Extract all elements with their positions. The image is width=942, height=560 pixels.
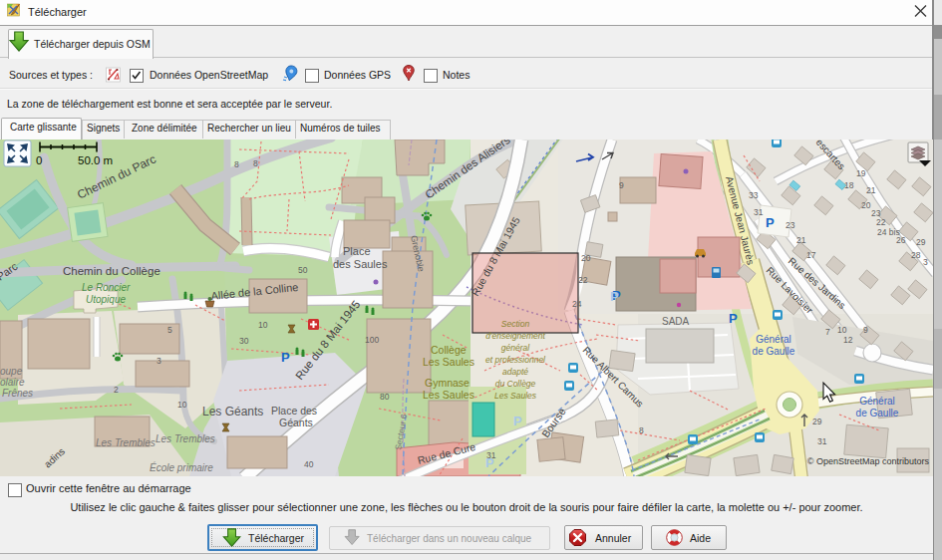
svg-text:du Collège: du Collège xyxy=(495,379,536,389)
svg-text:18: 18 xyxy=(844,180,854,190)
svg-text:20: 20 xyxy=(581,253,591,263)
svg-text:19: 19 xyxy=(856,168,866,178)
svg-text:École primaire: École primaire xyxy=(150,461,213,473)
svg-text:100: 100 xyxy=(365,335,379,345)
svg-text:33: 33 xyxy=(749,190,759,200)
svg-text:3: 3 xyxy=(923,257,928,267)
svg-text:Le Roncier: Le Roncier xyxy=(82,282,131,293)
svg-text:d'enseignement: d'enseignement xyxy=(485,331,545,341)
svg-text:P: P xyxy=(729,311,738,326)
svg-text:9: 9 xyxy=(619,180,624,190)
svg-text:10: 10 xyxy=(837,325,847,335)
svg-text:28: 28 xyxy=(911,250,921,260)
svg-text:Frênes: Frênes xyxy=(2,388,33,399)
svg-text:8: 8 xyxy=(234,159,239,169)
svg-text:10: 10 xyxy=(177,400,187,410)
svg-text:Les Saules: Les Saules xyxy=(423,356,474,368)
svg-text:22: 22 xyxy=(578,275,588,285)
svg-text:40: 40 xyxy=(304,459,314,469)
svg-text:adapté: adapté xyxy=(502,367,528,377)
svg-text:24: 24 xyxy=(572,299,582,309)
svg-text:8: 8 xyxy=(639,425,644,435)
svg-text:Général: Général xyxy=(859,396,895,407)
svg-text:12: 12 xyxy=(843,335,853,345)
svg-text:© OpenStreetMap contributors: © OpenStreetMap contributors xyxy=(807,456,930,466)
svg-text:P: P xyxy=(610,289,619,304)
svg-text:30: 30 xyxy=(239,336,249,346)
svg-text:17: 17 xyxy=(806,250,816,260)
svg-text:8: 8 xyxy=(253,158,258,168)
svg-text:Section: Section xyxy=(501,319,530,329)
svg-text:de Gaulle: de Gaulle xyxy=(856,408,899,419)
svg-text:0: 0 xyxy=(36,154,42,166)
svg-text:10: 10 xyxy=(258,320,268,330)
svg-text:50: 50 xyxy=(298,265,308,275)
svg-text:31: 31 xyxy=(817,436,827,446)
svg-text:3: 3 xyxy=(157,356,161,366)
svg-text:9: 9 xyxy=(863,325,868,335)
svg-text:21: 21 xyxy=(866,185,876,195)
svg-text:7: 7 xyxy=(825,327,830,337)
svg-text:50.0 m: 50.0 m xyxy=(78,154,113,166)
svg-text:29: 29 xyxy=(812,417,822,426)
svg-text:31: 31 xyxy=(754,207,764,217)
svg-text:Les Trembles: Les Trembles xyxy=(96,437,156,448)
svg-text:31: 31 xyxy=(486,450,496,460)
svg-text:P: P xyxy=(766,215,775,230)
svg-text:des Saules: des Saules xyxy=(333,258,388,270)
svg-text:général: général xyxy=(501,343,530,353)
svg-text:P: P xyxy=(513,414,522,428)
svg-text:Les Saules: Les Saules xyxy=(423,389,474,401)
svg-text:Général: Général xyxy=(756,334,791,345)
svg-text:Chemin du Collège: Chemin du Collège xyxy=(63,265,160,277)
svg-text:de Gaulle: de Gaulle xyxy=(753,346,795,357)
svg-text:Géants: Géants xyxy=(279,417,313,428)
svg-text:29: 29 xyxy=(916,237,926,247)
svg-text:26: 26 xyxy=(896,235,906,245)
svg-text:21: 21 xyxy=(796,235,806,245)
svg-text:23: 23 xyxy=(785,220,795,230)
svg-text:olaire: olaire xyxy=(0,377,25,388)
svg-text:Collège: Collège xyxy=(431,344,467,356)
svg-text:Place des: Place des xyxy=(271,405,317,417)
svg-text:22: 22 xyxy=(876,217,886,227)
svg-text:et professionnel: et professionnel xyxy=(485,355,546,365)
svg-text:2: 2 xyxy=(114,385,119,395)
svg-text:5: 5 xyxy=(167,325,172,335)
svg-text:80: 80 xyxy=(380,392,390,402)
svg-text:SADA: SADA xyxy=(662,316,690,327)
svg-text:P: P xyxy=(281,350,290,365)
svg-text:Utopique: Utopique xyxy=(86,294,126,305)
svg-text:Les Trembles: Les Trembles xyxy=(156,433,215,444)
svg-text:oupe: oupe xyxy=(0,366,23,377)
svg-text:Place: Place xyxy=(343,245,371,257)
svg-text:Les Saules: Les Saules xyxy=(494,391,537,401)
svg-text:20: 20 xyxy=(861,200,871,210)
svg-text:Les Géants: Les Géants xyxy=(202,405,263,419)
svg-text:Gymnase: Gymnase xyxy=(425,377,470,389)
